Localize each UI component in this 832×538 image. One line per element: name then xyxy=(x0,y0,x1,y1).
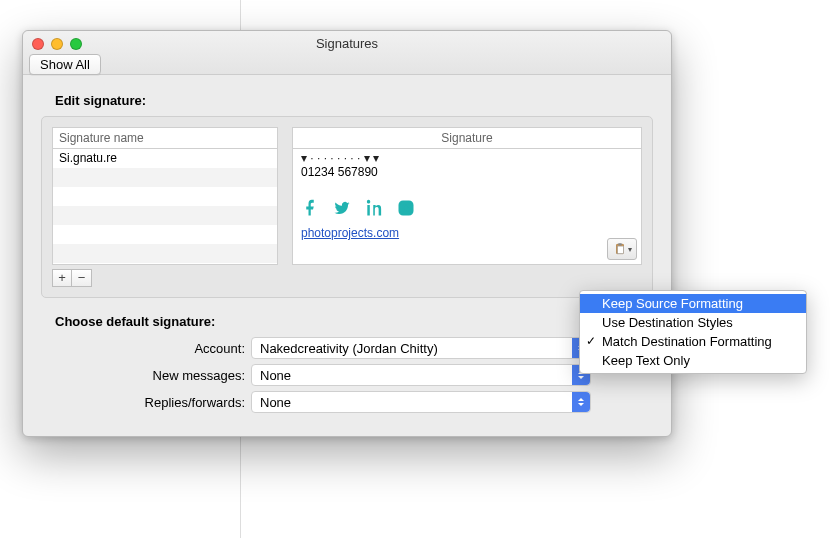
list-item xyxy=(53,187,277,206)
svg-point-2 xyxy=(409,204,411,206)
remove-signature-button[interactable]: − xyxy=(72,269,92,287)
clipboard-icon xyxy=(613,242,627,256)
minimize-window-button[interactable] xyxy=(51,38,63,50)
facebook-icon[interactable] xyxy=(301,199,319,220)
menu-item-keep-text-only[interactable]: Keep Text Only xyxy=(580,351,806,370)
preview-website-link[interactable]: photoprojects.com xyxy=(301,226,399,240)
paste-options-menu: Keep Source Formatting Use Destination S… xyxy=(579,290,807,374)
svg-point-1 xyxy=(403,205,409,211)
twitter-icon[interactable] xyxy=(333,199,351,220)
instagram-icon[interactable] xyxy=(397,199,415,220)
content-area: Edit signature: Signature name Si.gnatu.… xyxy=(23,75,671,436)
zoom-window-button[interactable] xyxy=(70,38,82,50)
new-messages-value: None xyxy=(260,368,291,383)
menu-item-match-destination[interactable]: ✓ Match Destination Formatting xyxy=(580,332,806,351)
signature-list[interactable]: Si.gnatu.re xyxy=(52,149,278,265)
edit-signature-heading: Edit signature: xyxy=(55,93,653,108)
account-value: Nakedcreativity (Jordan Chitty) xyxy=(260,341,438,356)
add-remove-controls: + − xyxy=(52,269,278,287)
list-item xyxy=(53,244,277,263)
add-signature-button[interactable]: + xyxy=(52,269,72,287)
replies-forwards-label: Replies/forwards: xyxy=(41,395,251,410)
signature-preview-body[interactable]: ▾ · · · · · · · · ▾ ▾ 01234 567890 photo… xyxy=(292,149,642,265)
list-item xyxy=(53,168,277,187)
new-messages-select[interactable]: None xyxy=(251,364,591,386)
window-controls xyxy=(32,38,82,50)
list-item xyxy=(53,225,277,244)
menu-item-destination-styles[interactable]: Use Destination Styles xyxy=(580,313,806,332)
paste-options-button[interactable]: ▾ xyxy=(607,238,637,260)
new-messages-label: New messages: xyxy=(41,368,251,383)
select-chevrons-icon xyxy=(572,392,590,412)
default-signature-heading: Choose default signature: xyxy=(55,314,653,329)
replies-forwards-select[interactable]: None xyxy=(251,391,591,413)
signature-list-column: Signature name Si.gnatu.re + − xyxy=(52,127,278,287)
list-item xyxy=(53,206,277,225)
chevron-down-icon: ▾ xyxy=(628,245,632,254)
menu-item-keep-source[interactable]: Keep Source Formatting xyxy=(580,294,806,313)
preview-cutoff-text: ▾ · · · · · · · · ▾ ▾ xyxy=(301,151,633,165)
menu-item-label: Match Destination Formatting xyxy=(602,334,772,349)
social-icons-row xyxy=(301,199,633,220)
edit-signature-panel: Signature name Si.gnatu.re + − xyxy=(41,116,653,298)
account-label: Account: xyxy=(41,341,251,356)
svg-rect-4 xyxy=(617,246,623,254)
preview-phone: 01234 567890 xyxy=(301,165,633,179)
signatures-window: Signatures Show All Edit signature: Sign… xyxy=(22,30,672,437)
signature-preview-column: Signature ▾ · · · · · · · · ▾ ▾ 01234 56… xyxy=(292,127,642,287)
close-window-button[interactable] xyxy=(32,38,44,50)
default-signature-form: Account: Nakedcreativity (Jordan Chitty)… xyxy=(41,337,653,413)
titlebar: Signatures Show All xyxy=(23,31,671,75)
list-item[interactable]: Si.gnatu.re xyxy=(53,149,277,168)
show-all-button[interactable]: Show All xyxy=(29,54,101,75)
check-icon: ✓ xyxy=(586,334,596,348)
linkedin-icon[interactable] xyxy=(365,199,383,220)
svg-rect-5 xyxy=(618,243,622,245)
signature-list-header: Signature name xyxy=(52,127,278,149)
signature-preview-header: Signature xyxy=(292,127,642,149)
account-select[interactable]: Nakedcreativity (Jordan Chitty) xyxy=(251,337,591,359)
replies-forwards-value: None xyxy=(260,395,291,410)
window-title: Signatures xyxy=(23,31,671,51)
